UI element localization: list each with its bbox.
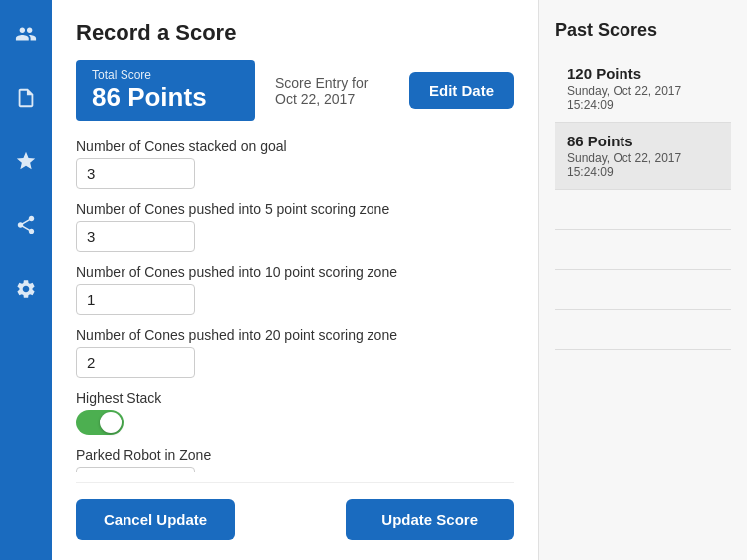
- field-cones-10pt: Number of Cones pushed into 10 point sco…: [76, 264, 514, 315]
- bottom-buttons: Cancel Update Update Score: [76, 482, 514, 540]
- edit-date-button[interactable]: Edit Date: [409, 72, 514, 109]
- field-cones-10pt-label: Number of Cones pushed into 10 point sco…: [76, 264, 514, 280]
- score-header-row: Total Score 86 Points Score Entry for Oc…: [76, 60, 514, 121]
- cones-10pt-input[interactable]: [76, 284, 195, 315]
- total-score-label: Total Score: [92, 68, 239, 82]
- past-score-entry-2[interactable]: [555, 190, 731, 230]
- field-cones-20pt: Number of Cones pushed into 20 point sco…: [76, 327, 514, 378]
- share-icon[interactable]: [8, 207, 44, 243]
- cones-5pt-input[interactable]: [76, 221, 195, 252]
- cones-20pt-input[interactable]: [76, 347, 195, 378]
- cancel-update-button[interactable]: Cancel Update: [76, 499, 235, 540]
- document-icon[interactable]: [8, 80, 44, 116]
- cones-goal-input[interactable]: [76, 158, 195, 189]
- past-score-date-1: Sunday, Oct 22, 2017 15:24:09: [567, 151, 719, 179]
- past-score-entry-4[interactable]: [555, 270, 731, 310]
- field-highest-stack: Highest Stack: [76, 390, 514, 435]
- past-score-entry-3[interactable]: [555, 230, 731, 270]
- past-score-points-0: 120 Points: [567, 65, 719, 82]
- total-score-value: 86 Points: [92, 82, 239, 113]
- total-score-box: Total Score 86 Points: [76, 60, 255, 121]
- field-cones-20pt-label: Number of Cones pushed into 20 point sco…: [76, 327, 514, 343]
- highest-stack-toggle[interactable]: [76, 410, 124, 435]
- field-cones-5pt: Number of Cones pushed into 5 point scor…: [76, 201, 514, 252]
- parked-robot-label: Parked Robot in Zone: [76, 447, 514, 463]
- field-parked-robot: Parked Robot in Zone: [76, 447, 514, 472]
- score-entry-label: Score Entry for Oct 22, 2017: [275, 75, 389, 107]
- past-score-entry-0[interactable]: 120 Points Sunday, Oct 22, 2017 15:24:09: [555, 55, 731, 123]
- past-score-points-1: 86 Points: [567, 133, 719, 149]
- settings-icon[interactable]: [8, 271, 44, 307]
- past-score-date-0: Sunday, Oct 22, 2017 15:24:09: [567, 84, 719, 112]
- field-cones-goal: Number of Cones stacked on goal: [76, 139, 514, 189]
- field-cones-5pt-label: Number of Cones pushed into 5 point scor…: [76, 201, 514, 217]
- form-section: Number of Cones stacked on goal Number o…: [76, 139, 514, 472]
- sidebar: [0, 0, 52, 560]
- page-title: Record a Score: [76, 20, 514, 46]
- right-panel: Past Scores 120 Points Sunday, Oct 22, 2…: [538, 0, 747, 560]
- past-score-entry-5[interactable]: [555, 310, 731, 350]
- past-score-entry-1[interactable]: 86 Points Sunday, Oct 22, 2017 15:24:09: [555, 123, 731, 190]
- highest-stack-toggle-container: [76, 410, 514, 435]
- star-icon[interactable]: [8, 143, 44, 179]
- highest-stack-label: Highest Stack: [76, 390, 514, 406]
- field-cones-goal-label: Number of Cones stacked on goal: [76, 139, 514, 154]
- update-score-button[interactable]: Update Score: [346, 499, 514, 540]
- past-scores-title: Past Scores: [555, 20, 731, 41]
- main-content: Record a Score Total Score 86 Points Sco…: [52, 0, 538, 560]
- people-icon[interactable]: [8, 16, 44, 52]
- parked-robot-input[interactable]: [76, 467, 195, 472]
